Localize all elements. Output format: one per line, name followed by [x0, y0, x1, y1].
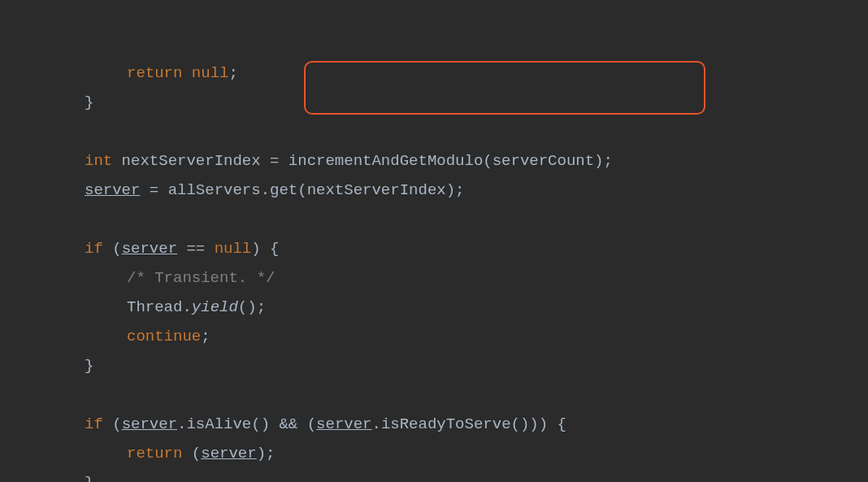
code-token: if	[85, 415, 103, 433]
code-token: null	[215, 240, 252, 258]
code-token: .isAlive() && (	[177, 415, 316, 433]
code-token: yield	[192, 298, 238, 316]
code-token: server	[122, 415, 177, 433]
code-token: ;	[201, 328, 210, 345]
code-line[interactable]: }	[0, 351, 868, 380]
code-line[interactable]: }	[0, 88, 868, 117]
code-token: if	[85, 240, 103, 258]
code-line[interactable]: int nextServerIndex = incrementAndGetMod…	[0, 146, 868, 176]
code-token: ();	[238, 298, 266, 316]
code-token: ==	[177, 240, 215, 258]
code-line[interactable]: }	[0, 468, 868, 482]
code-line[interactable]: server = allServers.get(nextServerIndex)…	[0, 176, 868, 205]
code-token: int	[85, 152, 112, 170]
code-token: nextServerIndex = incrementAndGetModulo(…	[112, 152, 613, 170]
code-token: ;	[228, 64, 237, 82]
code-token: ) {	[251, 240, 279, 258]
code-line[interactable]: continue;	[0, 322, 868, 351]
code-line[interactable]: return (server);	[0, 439, 868, 468]
code-line[interactable]	[0, 380, 868, 410]
code-token: }	[85, 474, 93, 482]
code-line[interactable]: if (server == null) {	[0, 234, 868, 263]
code-token: server	[201, 445, 256, 462]
code-token	[182, 64, 191, 82]
code-token: = allServers.get(nextServerIndex);	[140, 181, 464, 199]
code-line[interactable]: /* Transient. */	[0, 263, 868, 293]
code-token: continue	[127, 328, 201, 345]
code-token: return	[127, 64, 182, 82]
code-token: Thread.	[127, 298, 192, 316]
code-token: }	[85, 357, 93, 375]
code-token: server	[122, 240, 177, 258]
code-line[interactable]: Thread.yield();	[0, 293, 868, 322]
code-token: /* Transient. */	[127, 269, 275, 287]
code-line[interactable]	[0, 205, 868, 234]
code-token: null	[192, 64, 229, 82]
code-token: .isReadyToServe())) {	[372, 415, 566, 433]
code-line[interactable]	[0, 117, 868, 146]
code-token: (	[103, 240, 122, 258]
code-token: server	[316, 415, 371, 433]
code-line[interactable]: if (server.isAlive() && (server.isReadyT…	[0, 410, 868, 439]
code-token: (	[182, 445, 201, 462]
code-token: );	[257, 445, 276, 462]
code-line[interactable]: return null;	[0, 59, 868, 88]
code-token: server	[85, 181, 140, 199]
code-token: }	[85, 93, 93, 111]
code-editor[interactable]: return null;} int nextServerIndex = incr…	[0, 0, 868, 482]
code-token: (	[103, 415, 122, 433]
code-token: return	[127, 445, 182, 462]
